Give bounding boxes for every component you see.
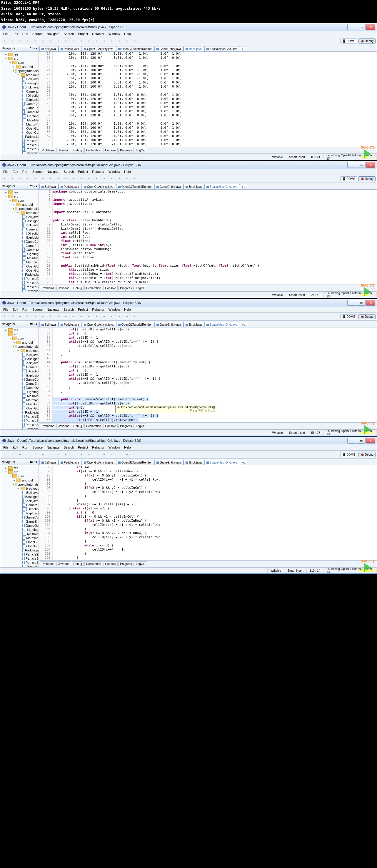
tree-file[interactable]: Matrix4f. (26, 398, 38, 402)
bottom-tab[interactable]: Progress (118, 561, 134, 566)
tree-file[interactable]: OpenGL (26, 126, 38, 130)
toolbar-button[interactable]: ▫ (55, 176, 61, 182)
bottom-tab[interactable]: Debug (72, 148, 84, 153)
nav-toolbar[interactable]: ⇆ ▫ ▾ (30, 322, 37, 326)
tree-file[interactable]: Brick.java (24, 85, 38, 89)
menu-item[interactable]: Help (122, 32, 133, 36)
editor-tab[interactable]: Ball.java (39, 46, 59, 52)
bottom-tab[interactable]: Javadoc (56, 424, 71, 428)
bottom-tab[interactable]: Console (104, 286, 118, 290)
toolbar-button[interactable]: ▫ (86, 38, 92, 44)
tree-file[interactable]: Ball.java (26, 491, 38, 495)
editor-tab[interactable]: Ball.java (39, 460, 59, 465)
tree-file[interactable]: Paddle.ja (25, 410, 38, 414)
minimize-button[interactable]: ─ (347, 162, 356, 168)
editor-tab[interactable]: SpatialHashGrid.java (204, 46, 240, 52)
toolbar-button[interactable]: ▫ (24, 176, 31, 182)
menu-item[interactable]: Project (76, 32, 90, 36)
perspective-ddms[interactable]: 📱 DDMS (340, 314, 357, 319)
editor-tab[interactable]: GameEntity.java (154, 46, 184, 52)
menu-item[interactable]: Window (107, 169, 122, 174)
code-text[interactable]: 10f, 10f, 120.0f, 0.0f, 0.0f, 1.0f, 1.0f… (53, 52, 377, 147)
tree-file[interactable]: Ball.java (26, 215, 38, 219)
menu-item[interactable]: Source (31, 169, 45, 174)
editor-tab[interactable]: Paddle.java (59, 184, 82, 189)
bottom-tab[interactable]: Problems (40, 424, 56, 428)
toolbar-button[interactable]: ▫ (116, 451, 123, 458)
bottom-tab[interactable]: Console (104, 424, 118, 428)
toolbar-button[interactable]: ▫ (63, 38, 69, 44)
menu-item[interactable]: Edit (11, 32, 20, 36)
close-button[interactable]: ✕ (366, 24, 375, 30)
bottom-tab[interactable]: Declaration (84, 561, 103, 566)
nav-toolbar[interactable]: ⇆ ▫ ▾ (30, 184, 37, 188)
maximize-button[interactable]: ▭ (357, 162, 366, 168)
tree-file[interactable]: Persplig (27, 565, 38, 567)
minimize-button[interactable]: ─ (347, 438, 356, 443)
toolbar-button[interactable]: ▫ (55, 38, 61, 44)
menu-item[interactable]: Project (76, 307, 90, 312)
menu-item[interactable]: Source (31, 307, 45, 312)
toolbar-button[interactable]: ▫ (47, 451, 54, 458)
editor-tab[interactable]: GameEntity.java (154, 184, 184, 189)
tab-overflow[interactable]: »₁ (240, 46, 248, 52)
tab-overflow[interactable]: »₁ (240, 322, 248, 327)
bottom-tab[interactable]: Declaration (84, 148, 103, 153)
toolbar-button[interactable]: ▫ (93, 451, 100, 458)
tree-file[interactable]: Lighting (27, 252, 38, 256)
toolbar-button[interactable]: ▫ (24, 38, 31, 44)
toolbar-button[interactable]: ▫ (32, 313, 38, 320)
editor-tab[interactable]: Brick.java (183, 460, 204, 465)
tree-file[interactable]: OpenGL (26, 540, 38, 544)
code-text[interactable]: package com.opengltutorials.breakout; im… (53, 190, 377, 284)
bottom-tab[interactable]: Debug (72, 424, 84, 428)
minimize-button[interactable]: ─ (347, 300, 356, 306)
tree-file[interactable]: ParticleS (26, 418, 38, 423)
toolbar-button[interactable]: ▫ (40, 38, 46, 44)
toolbar-button[interactable]: ▫ (24, 313, 31, 320)
project-tree[interactable]: ▸res ▾src ▾com ▸android ▾opengltutorials… (0, 328, 38, 429)
menu-item[interactable]: Window (107, 445, 122, 450)
toolbar-button[interactable]: ▫ (124, 176, 130, 182)
toolbar-button[interactable]: ▫ (116, 313, 123, 320)
menu-item[interactable]: Source (31, 32, 45, 36)
editor-tab[interactable]: OpenGLActivity.java (82, 46, 116, 52)
tree-file[interactable]: Camera. (26, 365, 38, 369)
bottom-tab[interactable]: Declaration (84, 424, 103, 428)
tree-file[interactable]: ParticleS (26, 556, 38, 561)
menu-item[interactable]: Run (21, 32, 30, 36)
project-tree[interactable]: ▸res ▾src ▾com ▸android ▾opengltutorials… (0, 190, 38, 291)
tree-file[interactable]: Brick.java (24, 499, 38, 503)
toolbar-button[interactable]: ▫ (47, 38, 54, 44)
tree-file[interactable]: OpenGL (26, 268, 38, 273)
toolbar-button[interactable]: ▫ (40, 176, 46, 182)
tree-file[interactable]: ParticleE (26, 414, 38, 418)
maximize-button[interactable]: ▭ (357, 438, 366, 443)
toolbar-button[interactable]: ▫ (101, 38, 107, 44)
tree-file[interactable]: Directio (28, 369, 38, 373)
menu-item[interactable]: Navigate (45, 32, 61, 36)
tree-file[interactable]: Lighting (27, 528, 38, 532)
tree-file[interactable]: Camera. (26, 503, 38, 507)
toolbar-button[interactable]: ▫ (78, 176, 84, 182)
tree-file[interactable]: Lighting (27, 390, 38, 394)
close-button[interactable]: ✕ (366, 438, 375, 443)
minimize-button[interactable]: ─ (347, 24, 356, 30)
toolbar-button[interactable]: ▫ (78, 451, 84, 458)
tree-file[interactable]: GameCo (26, 515, 38, 519)
tree-file[interactable]: Paddle.ja (25, 273, 38, 277)
editor-tab[interactable]: Ball.java (39, 322, 59, 327)
maximize-button[interactable]: ▭ (357, 300, 366, 306)
perspective-ddms[interactable]: 📱 DDMS (340, 176, 357, 181)
toolbar-button[interactable]: ▫ (70, 451, 77, 458)
tree-file[interactable]: Paddle.ja (25, 135, 38, 139)
tree-file[interactable]: Ball.java (26, 77, 38, 81)
bottom-tab[interactable]: Console (104, 148, 118, 153)
tree-file[interactable]: OpenGL (26, 406, 38, 410)
tree-file[interactable]: ParticleE (26, 277, 38, 281)
toolbar-button[interactable]: ▫ (109, 451, 115, 458)
bottom-tab[interactable]: Progress (118, 424, 134, 428)
bottom-tab[interactable]: Javadoc (56, 148, 71, 153)
menu-item[interactable]: Refactor (90, 307, 106, 312)
tree-file[interactable]: GameOv (26, 110, 38, 114)
